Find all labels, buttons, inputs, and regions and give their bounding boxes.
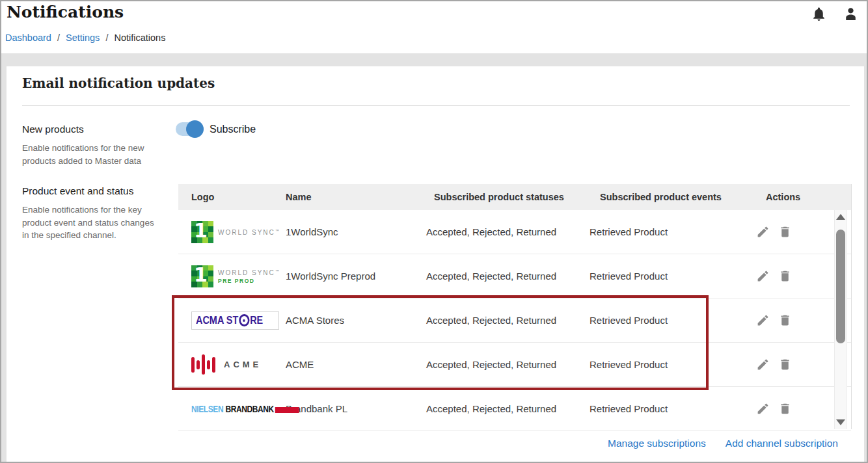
add-channel-subscription-link[interactable]: Add channel subscription — [726, 438, 838, 449]
edit-icon[interactable] — [756, 269, 770, 283]
column-header-events: Subscribed product events — [590, 192, 756, 202]
channel-subscriptions-table: Logo Name Subscribed product statuses Su… — [178, 184, 852, 429]
subscribe-toggle[interactable] — [176, 122, 204, 136]
delete-icon[interactable] — [778, 358, 792, 371]
page-title: Notifications — [7, 3, 124, 21]
edit-icon[interactable] — [756, 313, 770, 327]
table-row: 1 WORLD SYNC™ PRE PROD 1WorldSync Prepro… — [178, 254, 851, 298]
toggle-knob[interactable] — [186, 120, 204, 138]
page-band — [1, 53, 867, 66]
breadcrumb: Dashboard / Settings / Notifications — [5, 33, 165, 43]
breadcrumb-settings[interactable]: Settings — [66, 33, 100, 43]
subscribed-statuses: Accepted, Rejected, Returned — [426, 271, 590, 282]
subscribed-statuses: Accepted, Rejected, Returned — [426, 226, 590, 237]
scroll-up-arrow-icon[interactable] — [836, 214, 845, 220]
table-row: ACMA ST RE ACMA Stores Accepted, Rejecte… — [178, 298, 851, 343]
subscribed-statuses: Accepted, Rejected, Returned — [426, 403, 590, 414]
table-row: NIELSEN BRANDBANK Brandbank PL Accepted,… — [178, 387, 851, 431]
table-header: Logo Name Subscribed product statuses Su… — [178, 184, 851, 210]
subscribed-events: Retrieved Product — [590, 403, 756, 414]
table-row: ACME ACME Accepted, Rejected, Returned R… — [178, 343, 851, 387]
channel-name: 1WorldSync Preprod — [286, 271, 426, 282]
user-icon[interactable] — [843, 6, 859, 22]
scroll-down-arrow-icon[interactable] — [836, 419, 845, 425]
logo-1worldsync-preprod: 1 WORLD SYNC™ PRE PROD — [191, 265, 286, 287]
logo-brandbank: NIELSEN BRANDBANK — [191, 403, 286, 414]
edit-icon[interactable] — [756, 402, 770, 416]
delete-icon[interactable] — [778, 225, 792, 239]
section-title-new-products: New products — [22, 124, 160, 135]
bell-icon[interactable] — [811, 6, 827, 22]
subscribed-events: Retrieved Product — [590, 226, 756, 237]
section-title-product-event: Product event and status — [22, 185, 160, 197]
edit-icon[interactable] — [756, 225, 770, 239]
edit-icon[interactable] — [756, 358, 770, 371]
section-desc-new-products: Enable notifications for the new product… — [22, 142, 160, 167]
app-window: Notifications Dashboard / Settings / Not… — [0, 0, 868, 463]
nielsen-brandbank-logo: NIELSEN BRANDBANK — [191, 403, 299, 414]
subscribed-events: Retrieved Product — [590, 271, 756, 282]
scrollbar-thumb[interactable] — [836, 230, 845, 343]
subscribed-statuses: Accepted, Rejected, Returned — [426, 315, 590, 326]
breadcrumb-separator: / — [57, 33, 60, 43]
channel-name: ACMA Stores — [286, 315, 426, 326]
delete-icon[interactable] — [778, 402, 792, 416]
logo-1worldsync: 1 WORLD SYNC™ — [191, 221, 286, 243]
column-header-logo: Logo — [191, 192, 286, 202]
logo-acma-store: ACMA ST RE — [191, 311, 286, 330]
acme-logo: ACME — [191, 354, 262, 375]
delete-icon[interactable] — [778, 269, 792, 283]
top-icons — [811, 6, 859, 22]
column-header-name: Name — [286, 192, 426, 202]
channel-name: Brandbank PL — [286, 403, 426, 414]
divider — [22, 105, 850, 106]
table-row: 1 WORLD SYNC™ 1WorldSync Accepted, Rejec… — [178, 210, 851, 254]
column-header-statuses: Subscribed product statuses — [426, 192, 590, 202]
delete-icon[interactable] — [778, 313, 792, 327]
worldsync-mosaic-icon: 1 — [191, 265, 213, 287]
settings-descriptions: New products Enable notifications for th… — [22, 124, 160, 242]
subscribed-events: Retrieved Product — [590, 315, 756, 326]
column-header-actions: Actions — [756, 192, 851, 202]
breadcrumb-dashboard[interactable]: Dashboard — [5, 33, 51, 43]
logo-acme: ACME — [191, 354, 286, 375]
breadcrumb-current: Notifications — [114, 33, 165, 43]
table-scrollbar[interactable] — [834, 210, 847, 429]
acma-target-o-icon — [239, 314, 249, 326]
breadcrumb-separator: / — [105, 33, 108, 43]
section-desc-product-event: Enable notifications for the key product… — [22, 204, 160, 242]
panel-title: Email notification updates — [22, 75, 215, 91]
subscribe-label: Subscribe — [210, 124, 256, 135]
worldsync-mosaic-icon: 1 — [191, 221, 213, 243]
top-bar: Notifications Dashboard / Settings / Not… — [1, 1, 867, 53]
subscribe-row: Subscribe — [176, 122, 256, 136]
channel-name: ACME — [286, 359, 426, 370]
settings-panel: Email notification updates New products … — [7, 66, 864, 462]
acme-bars-icon — [191, 354, 215, 375]
channel-name: 1WorldSync — [286, 226, 426, 237]
subscribed-events: Retrieved Product — [590, 359, 756, 370]
acma-store-logo: ACMA ST RE — [191, 311, 279, 330]
subscribed-statuses: Accepted, Rejected, Returned — [426, 359, 590, 370]
brandbank-red-bar-icon — [275, 407, 299, 413]
preprod-label: PRE PROD — [218, 278, 254, 284]
manage-subscriptions-link[interactable]: Manage subscriptions — [608, 438, 706, 449]
footer-links: Manage subscriptions Add channel subscri… — [608, 438, 838, 449]
